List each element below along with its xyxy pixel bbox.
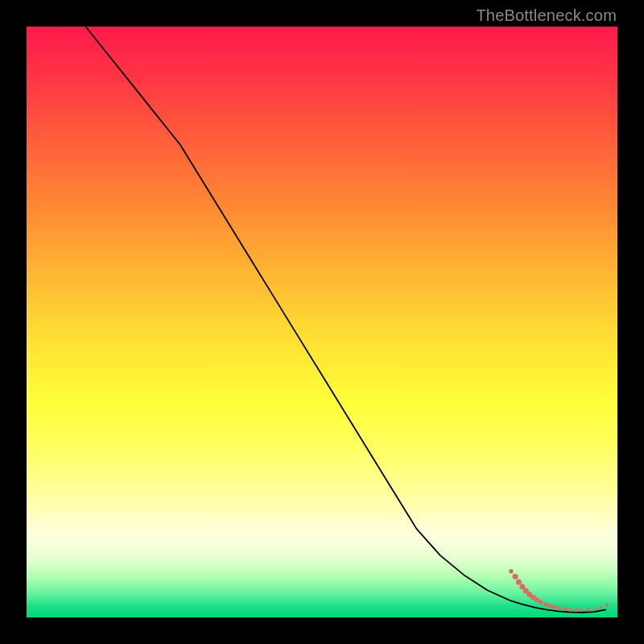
marker-dot <box>568 608 572 612</box>
attribution-label: TheBottleneck.com <box>476 6 617 25</box>
marker-dot <box>516 579 522 584</box>
marker-dot <box>586 608 590 612</box>
marker-dot <box>534 597 539 602</box>
marker-dot <box>593 607 597 610</box>
marker-cluster <box>509 569 609 612</box>
marker-dot <box>553 605 557 609</box>
marker-dot <box>574 608 578 612</box>
marker-dot <box>543 602 548 607</box>
curve-line <box>85 27 605 613</box>
marker-dot <box>605 604 609 607</box>
marker-dot <box>564 607 568 611</box>
marker-dot <box>548 604 552 608</box>
plot-area <box>27 27 617 617</box>
marker-dot <box>558 606 562 610</box>
chart-svg <box>27 27 617 617</box>
marker-dot <box>579 608 583 612</box>
marker-dot <box>539 600 543 605</box>
chart-frame: TheBottleneck.com <box>0 0 644 644</box>
marker-dot <box>599 605 602 609</box>
marker-dot <box>513 574 518 580</box>
marker-dot <box>509 569 514 574</box>
